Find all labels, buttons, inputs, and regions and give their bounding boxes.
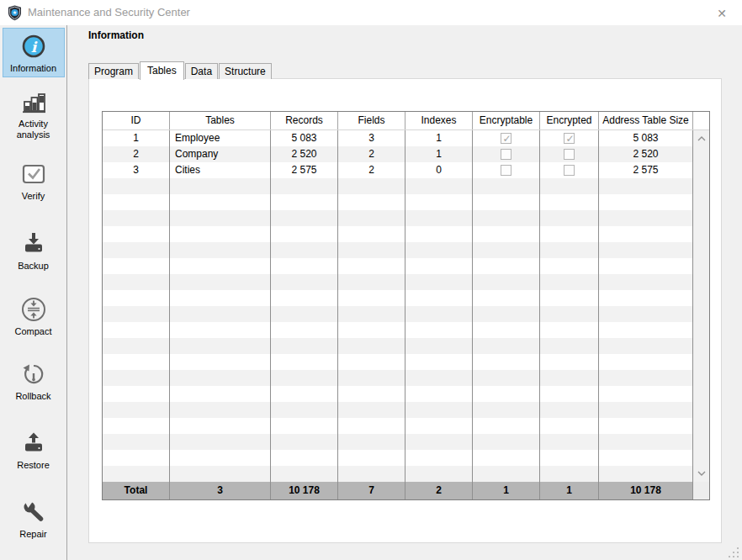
column-header-encryptable[interactable]: Encryptable bbox=[473, 112, 540, 129]
cell-id bbox=[103, 450, 170, 466]
cell-fields bbox=[338, 178, 405, 194]
tab-content-panel: IDTablesRecordsFieldsIndexesEncryptableE… bbox=[88, 78, 722, 543]
cell-id bbox=[103, 306, 170, 322]
cell-encrypted bbox=[540, 242, 599, 258]
table-row-empty bbox=[103, 370, 709, 386]
table-row-empty bbox=[103, 290, 709, 306]
cell-encrypted bbox=[540, 162, 599, 178]
cell-tables bbox=[170, 434, 271, 450]
encryptable-checkbox bbox=[501, 149, 511, 160]
cell-encryptable bbox=[473, 466, 540, 482]
sidebar-item-label: Activity analysis bbox=[3, 119, 64, 140]
cell-id: 3 bbox=[103, 162, 170, 178]
scroll-up-icon[interactable] bbox=[693, 132, 709, 145]
encrypted-checkbox bbox=[564, 149, 575, 160]
column-header-records[interactable]: Records bbox=[271, 112, 338, 129]
cell-fields bbox=[338, 338, 405, 354]
table-row[interactable]: 2Company2 520212 520 bbox=[103, 146, 709, 162]
cell-indexes bbox=[405, 418, 473, 434]
cell-indexes bbox=[405, 386, 473, 402]
cell-id bbox=[103, 354, 170, 370]
cell-encryptable bbox=[473, 258, 540, 274]
sidebar-item-repair[interactable]: Repair bbox=[3, 494, 65, 543]
cell-fields bbox=[338, 386, 405, 402]
cell-indexes: 1 bbox=[405, 130, 473, 146]
sidebar-item-information[interactable]: i Information bbox=[3, 28, 65, 77]
cell-indexes bbox=[405, 466, 473, 482]
sidebar-item-label: Backup bbox=[18, 261, 49, 272]
cell-encryptable bbox=[473, 370, 540, 386]
cell-records bbox=[271, 418, 338, 434]
cell-records bbox=[271, 258, 338, 274]
cell-encrypted bbox=[540, 402, 599, 418]
cell-records bbox=[271, 322, 338, 338]
cell-id: 1 bbox=[103, 130, 170, 146]
cell-id bbox=[103, 386, 170, 402]
sidebar-item-compact[interactable]: Compact bbox=[3, 291, 65, 341]
tab-program[interactable]: Program bbox=[88, 63, 139, 79]
sidebar-item-backup[interactable]: Backup bbox=[3, 225, 65, 275]
cell-indexes bbox=[405, 354, 473, 370]
tab-data[interactable]: Data bbox=[185, 63, 218, 79]
header-scroll-corner bbox=[693, 112, 709, 129]
cell-encrypted bbox=[540, 338, 599, 354]
column-header-id[interactable]: ID bbox=[103, 112, 170, 129]
scroll-down-icon[interactable] bbox=[693, 467, 709, 480]
total-encryptable: 1 bbox=[473, 482, 540, 499]
vertical-scrollbar[interactable] bbox=[693, 130, 709, 482]
tab-tables[interactable]: Tables bbox=[140, 61, 184, 80]
cell-fields bbox=[338, 354, 405, 370]
cell-fields bbox=[338, 450, 405, 466]
table-header-row: IDTablesRecordsFieldsIndexesEncryptableE… bbox=[103, 112, 709, 130]
table-row[interactable]: 1Employee5 083315 083 bbox=[103, 130, 709, 146]
sidebar-item-rollback[interactable]: Rollback bbox=[3, 356, 65, 405]
column-header-indexes[interactable]: Indexes bbox=[405, 112, 473, 129]
sidebar-item-activity-analysis[interactable]: Activity analysis bbox=[3, 83, 65, 144]
cell-indexes bbox=[405, 434, 473, 450]
cell-indexes bbox=[405, 226, 473, 242]
cell-tables bbox=[170, 402, 271, 418]
tab-structure[interactable]: Structure bbox=[219, 63, 272, 79]
column-header-tables[interactable]: Tables bbox=[170, 112, 271, 129]
cell-fields bbox=[338, 322, 405, 338]
sidebar-item-restore[interactable]: Restore bbox=[3, 425, 65, 474]
sidebar-item-label: Rollback bbox=[15, 391, 50, 402]
cell-ats bbox=[599, 434, 693, 450]
cell-fields bbox=[338, 306, 405, 322]
svg-text:★: ★ bbox=[13, 9, 17, 15]
table-total-row: Total310 178721110 178 bbox=[103, 482, 709, 499]
cell-tables bbox=[170, 274, 271, 290]
cell-fields bbox=[338, 290, 405, 306]
cell-indexes bbox=[405, 402, 473, 418]
cell-ats bbox=[599, 338, 693, 354]
cell-tables bbox=[170, 226, 271, 242]
drive-arrow-up-icon bbox=[19, 429, 48, 457]
cell-encrypted bbox=[540, 434, 599, 450]
cell-tables bbox=[170, 258, 271, 274]
column-header-encrypted[interactable]: Encrypted bbox=[540, 112, 599, 129]
cell-id bbox=[103, 274, 170, 290]
cell-records bbox=[271, 338, 338, 354]
table-row-empty bbox=[103, 418, 709, 434]
cell-ats bbox=[599, 274, 693, 290]
close-icon[interactable]: ✕ bbox=[714, 6, 729, 21]
cell-id bbox=[103, 258, 170, 274]
table-row[interactable]: 3Cities2 575202 575 bbox=[103, 162, 709, 178]
cell-ats bbox=[599, 402, 693, 418]
window-resize-grip[interactable] bbox=[728, 547, 739, 557]
cell-id bbox=[103, 194, 170, 210]
cell-records bbox=[271, 290, 338, 306]
cell-encrypted bbox=[540, 146, 599, 162]
cell-records bbox=[271, 226, 338, 242]
table-body: 1Employee5 083315 0832Company2 520212 52… bbox=[103, 130, 709, 482]
cell-tables: Cities bbox=[170, 162, 271, 178]
compress-circle-icon bbox=[19, 295, 48, 324]
sidebar-item-verify[interactable]: Verify bbox=[3, 156, 65, 205]
sidebar-item-label: Verify bbox=[22, 191, 45, 202]
column-header-fields[interactable]: Fields bbox=[338, 112, 405, 129]
cell-encrypted bbox=[540, 290, 599, 306]
cell-ats bbox=[599, 210, 693, 226]
cell-ats bbox=[599, 354, 693, 370]
column-header-ats[interactable]: Address Table Size bbox=[599, 112, 693, 129]
sidebar: i Information Activity analysis Verify bbox=[0, 25, 67, 560]
